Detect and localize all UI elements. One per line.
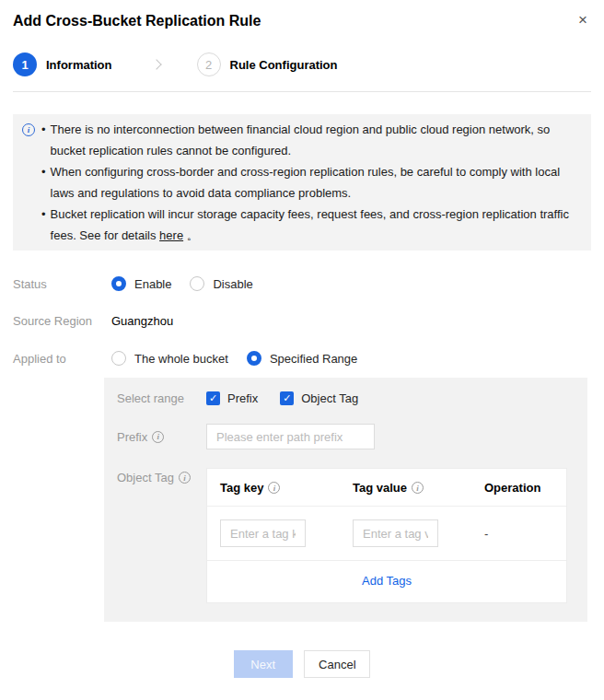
add-tags-link[interactable]: Add Tags	[362, 574, 412, 588]
applied-to-radio-group: The whole bucket Specified Range	[111, 351, 357, 366]
cancel-button[interactable]: Cancel	[304, 650, 370, 678]
add-replication-rule-dialog: Add Cross-Bucket Replication Rule × 1 In…	[0, 0, 604, 700]
notice-item: Bucket replication will incur storage ca…	[41, 204, 576, 246]
radio-unselected-icon[interactable]	[111, 351, 126, 366]
checkbox-checked-icon[interactable]	[280, 391, 294, 405]
step-1-label: Information	[46, 58, 112, 72]
operation-cell: -	[484, 527, 553, 541]
specified-range-label: Specified Range	[270, 352, 357, 366]
source-region-value: Guangzhou	[111, 314, 173, 328]
whole-bucket-label: The whole bucket	[134, 352, 228, 366]
step-rule-configuration: 2 Rule Configuration	[197, 52, 338, 76]
status-label: Status	[13, 277, 111, 291]
radio-unselected-icon[interactable]	[190, 276, 204, 291]
status-enable-label: Enable	[134, 277, 171, 291]
radio-selected-icon[interactable]	[111, 276, 126, 291]
object-tag-checkbox-option[interactable]: Object Tag	[280, 391, 358, 405]
whole-bucket-option[interactable]: The whole bucket	[111, 351, 228, 366]
object-tag-label: Object Tag	[117, 471, 206, 484]
prefix-label-text: Prefix	[117, 430, 147, 444]
specified-range-panel: Select range Prefix Object Tag Prefix	[104, 378, 587, 622]
tag-value-cell	[353, 519, 484, 547]
notice-text-suffix: 。	[187, 228, 199, 242]
notice-item: When configuring cross-border and cross-…	[41, 161, 576, 204]
status-enable-option[interactable]: Enable	[111, 276, 171, 291]
dialog-header: Add Cross-Bucket Replication Rule ×	[13, 0, 591, 30]
object-tag-checkbox-label: Object Tag	[301, 391, 358, 405]
select-range-label: Select range	[117, 391, 206, 405]
notice-text: There is no interconnection between fina…	[51, 119, 576, 161]
notice-text: When configuring cross-border and cross-…	[51, 161, 576, 204]
step-2-label: Rule Configuration	[230, 58, 338, 72]
tag-value-header: Tag value	[353, 481, 484, 495]
tag-key-input[interactable]	[220, 519, 306, 547]
prefix-row: Prefix	[117, 424, 575, 449]
tag-table-row: -	[207, 507, 566, 561]
status-row: Status Enable Disable	[13, 276, 591, 291]
notice-text: Bucket replication will incur storage ca…	[51, 204, 576, 246]
source-region-label: Source Region	[13, 314, 111, 328]
select-range-row: Select range Prefix Object Tag	[117, 391, 575, 405]
status-disable-option[interactable]: Disable	[190, 276, 252, 291]
notice-list: There is no interconnection between fina…	[41, 119, 576, 246]
object-tag-row: Object Tag Tag key Tag value Operation	[117, 468, 575, 603]
range-checkbox-group: Prefix Object Tag	[206, 391, 358, 405]
step-2-circle: 2	[197, 52, 221, 76]
applied-to-row: Applied to The whole bucket Specified Ra…	[13, 351, 591, 366]
object-tag-label-text: Object Tag	[117, 471, 174, 484]
details-link[interactable]: here	[159, 228, 183, 242]
prefix-checkbox-option[interactable]: Prefix	[206, 391, 258, 405]
applied-to-label: Applied to	[13, 352, 111, 366]
notice-item: There is no interconnection between fina…	[41, 119, 576, 161]
prefix-input[interactable]	[206, 424, 375, 449]
tag-key-header: Tag key	[220, 481, 353, 495]
add-tags-row: Add Tags	[207, 561, 566, 602]
rule-form: Status Enable Disable Source Region Guan…	[13, 276, 591, 622]
source-region-row: Source Region Guangzhou	[13, 314, 591, 328]
tag-table-header: Tag key Tag value Operation	[207, 469, 566, 507]
info-icon	[268, 482, 280, 494]
prefix-label: Prefix	[117, 430, 206, 444]
step-information: 1 Information	[13, 52, 112, 76]
step-indicator: 1 Information 2 Rule Configuration	[13, 52, 591, 92]
tag-key-header-text: Tag key	[220, 481, 263, 495]
tag-key-cell	[220, 519, 353, 547]
info-icon	[412, 482, 424, 494]
status-radio-group: Enable Disable	[111, 276, 253, 291]
object-tag-table: Tag key Tag value Operation	[206, 468, 567, 603]
chevron-right-icon	[151, 59, 161, 69]
dialog-title: Add Cross-Bucket Replication Rule	[13, 12, 261, 30]
radio-selected-icon[interactable]	[247, 351, 261, 366]
next-button[interactable]: Next	[234, 650, 293, 678]
checkbox-checked-icon[interactable]	[206, 391, 220, 405]
info-icon	[179, 472, 191, 484]
tag-value-header-text: Tag value	[353, 481, 407, 495]
status-disable-label: Disable	[213, 277, 252, 291]
info-icon	[152, 431, 164, 443]
notice-banner: There is no interconnection between fina…	[13, 114, 591, 251]
notice-text-part: Bucket replication will incur storage ca…	[51, 207, 569, 242]
info-icon	[22, 123, 35, 136]
tag-value-input[interactable]	[353, 519, 438, 547]
dialog-footer: Next Cancel	[13, 650, 591, 678]
prefix-checkbox-label: Prefix	[227, 391, 258, 405]
operation-header: Operation	[484, 481, 553, 495]
close-icon[interactable]: ×	[575, 12, 591, 29]
step-1-circle: 1	[13, 52, 37, 76]
specified-range-option[interactable]: Specified Range	[247, 351, 357, 366]
